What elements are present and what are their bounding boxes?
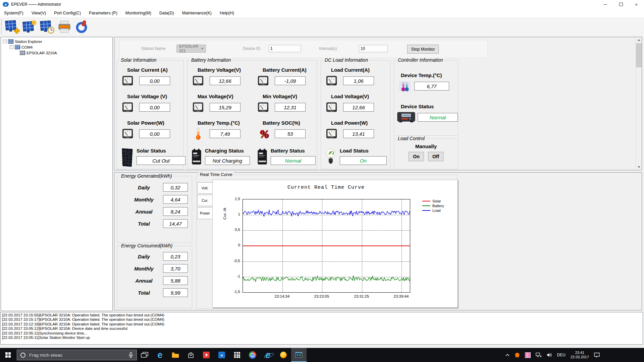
solar-information-group: Solar Information Solar Current (A) 0,00… xyxy=(117,60,184,169)
network-tray-icon[interactable] xyxy=(536,353,542,357)
menu-monitoring[interactable]: Monitoring(M) xyxy=(121,9,155,17)
keyboard-language[interactable]: DEU xyxy=(557,353,566,357)
menu-data[interactable]: Data(D) xyxy=(155,9,178,17)
tab-cur[interactable]: Cur. xyxy=(197,195,213,206)
consumed-annual-value: 5,88 xyxy=(163,276,188,285)
taskbar-solar-monitor-active[interactable] xyxy=(291,348,307,362)
load-current-field: Load Current(A) 1,06 xyxy=(326,67,390,87)
restore-button[interactable] xyxy=(613,0,629,9)
gauge-icon xyxy=(122,101,134,113)
stop-monitor-button[interactable]: Stop Monitor xyxy=(407,45,439,54)
close-button[interactable]: × xyxy=(629,0,644,9)
row-label: Total xyxy=(129,290,158,296)
load-off-button[interactable]: Off xyxy=(428,152,443,161)
cortana-search-box[interactable] xyxy=(17,350,137,360)
load-on-button[interactable]: On xyxy=(409,152,424,161)
taskbar-edge[interactable]: e xyxy=(152,348,168,362)
scrollbar-thumb[interactable] xyxy=(636,43,642,67)
tree-node-epsolar-3210a[interactable]: EPSOLAR 3210A xyxy=(1,50,112,56)
interval-input[interactable] xyxy=(359,45,388,52)
gauge-icon xyxy=(192,101,204,113)
microphone-icon[interactable] xyxy=(128,352,133,358)
energy-row: Daily 0,32 xyxy=(129,183,192,192)
row-label: Monthly xyxy=(129,266,158,272)
scroll-up-button[interactable] xyxy=(636,37,642,43)
field-label: Load Voltage(V) xyxy=(331,94,390,99)
taskbar-epsolar-app[interactable] xyxy=(276,348,291,362)
tab-volt[interactable]: Volt. xyxy=(197,182,213,194)
menu-parameters[interactable]: Parameters (P) xyxy=(85,9,121,17)
taskbar-store[interactable] xyxy=(183,348,199,362)
station-name-select[interactable]: EPSOLAR 321 xyxy=(176,45,206,53)
device-id-input[interactable] xyxy=(269,45,301,52)
taskbar-chrome[interactable] xyxy=(245,348,260,362)
legend-label: Load xyxy=(432,208,440,213)
task-view-button[interactable] xyxy=(137,348,152,362)
print-button[interactable] xyxy=(56,19,73,35)
legend-swatch xyxy=(422,210,430,211)
station-name-label: Station Name xyxy=(141,46,166,51)
power-exit-button[interactable] xyxy=(73,19,90,35)
pink-striped-tray-icon[interactable] xyxy=(525,352,531,358)
min-voltage-value: 12,31 xyxy=(275,103,306,112)
solar-monitor-window-icon xyxy=(295,352,303,358)
menu-help[interactable]: Help(H) xyxy=(216,9,238,17)
menu-port-config[interactable]: Port Config(C) xyxy=(50,9,85,17)
search-input[interactable] xyxy=(29,352,128,358)
menu-maintenance[interactable]: Maintenance(K) xyxy=(178,9,216,17)
collapse-icon[interactable]: − xyxy=(3,40,7,43)
taskbar-media-app[interactable] xyxy=(199,348,214,362)
tab-power[interactable]: Power xyxy=(197,207,213,219)
start-button[interactable] xyxy=(0,348,16,362)
min-voltage-field: Min Voltage(V) 12,31 xyxy=(257,94,316,113)
row-label: Daily xyxy=(129,254,158,259)
taskbar-grid-app[interactable] xyxy=(229,348,245,362)
clock[interactable]: 23:41 22.03.2017 xyxy=(571,351,589,359)
taskbar-internet-explorer[interactable]: e xyxy=(260,348,276,362)
battery-temp-field: Battery Temp.(°C) 7,49 xyxy=(192,120,253,140)
station-time-icon xyxy=(39,20,55,34)
action-center-icon[interactable] xyxy=(594,353,600,358)
chart-legend: Solar Battery Load xyxy=(422,199,444,213)
field-label: Solar Voltage (V) xyxy=(127,94,183,99)
add-station-button[interactable] xyxy=(4,19,20,35)
field-label: Device Temp.(°C) xyxy=(401,72,458,78)
menu-system[interactable]: System(F) xyxy=(0,9,28,17)
antivirus-tray-icon[interactable] xyxy=(515,353,520,358)
vertical-scrollbar[interactable] xyxy=(636,37,642,170)
gauge-icon xyxy=(326,101,338,113)
field-label: Load Power(W) xyxy=(331,120,390,126)
volume-tray-icon[interactable] xyxy=(547,353,552,357)
battery-status-block: Battery Status Normal xyxy=(257,148,316,167)
load-status-label: Load Status xyxy=(340,148,387,154)
battery-voltage-value: 12,66 xyxy=(210,76,240,85)
minimize-button[interactable] xyxy=(598,0,613,9)
scroll-down-button[interactable] xyxy=(636,164,642,170)
clock-time: 23:41 xyxy=(571,351,589,355)
consumed-total-value: 9,99 xyxy=(163,288,188,297)
taskbar-file-explorer[interactable] xyxy=(168,348,183,362)
taskbar-blue-app[interactable]: » xyxy=(214,348,229,362)
row-label: Total xyxy=(129,221,158,227)
tree-node-station-explorer[interactable]: − Station Explorer xyxy=(1,39,112,44)
menu-view[interactable]: View(V) xyxy=(28,9,50,17)
windows-taskbar: e » e xyxy=(0,348,644,362)
collapse-icon[interactable]: − xyxy=(10,45,13,49)
device-id-label: Device ID xyxy=(243,46,260,51)
windows-logo-icon xyxy=(5,352,11,358)
energy-row: Monthly 3,70 xyxy=(129,264,192,273)
tree-node-com4[interactable]: − COM4 xyxy=(1,44,112,50)
toolbar-grip xyxy=(1,19,3,34)
battery-current-field: Battery Current(A) -1,09 xyxy=(257,67,316,87)
load-power-field: Load Power(W) 13,41 xyxy=(326,120,390,140)
battery-icon xyxy=(191,148,202,167)
station-time-button[interactable] xyxy=(39,19,55,35)
legend-swatch xyxy=(422,205,430,206)
log-line: [22.03.2017 23:12:18]EPSOLAR 3210A: Oper… xyxy=(2,322,641,326)
station-settings-button[interactable] xyxy=(21,19,38,35)
group-title: DC Load Information xyxy=(323,57,369,63)
field-label: Battery Temp.(°C) xyxy=(198,120,253,126)
arrow-down-icon xyxy=(638,166,640,168)
tray-chevron-up-icon[interactable] xyxy=(505,354,510,357)
charging-status-label: Charging Status xyxy=(205,148,250,154)
